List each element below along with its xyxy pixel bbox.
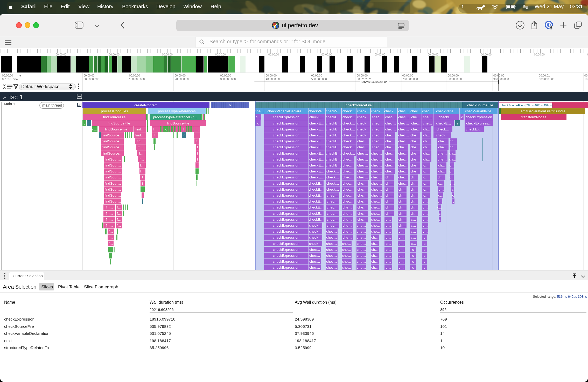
svg-text:checkExpress…: checkExpress…	[466, 121, 492, 125]
svg-text:check…: check…	[342, 139, 355, 143]
svg-text:checkExpression: checkExpression	[273, 163, 299, 167]
svg-text:find…: find…	[135, 127, 144, 131]
svg-text:ch…: ch…	[411, 187, 418, 191]
svg-text:ch…: ch…	[398, 187, 406, 191]
svg-text:che…: che…	[438, 145, 447, 149]
svg-text:check…: check…	[342, 133, 355, 137]
svg-text:che…: che…	[357, 248, 366, 252]
svg-text:f…: f…	[109, 242, 113, 246]
svg-text:che…: che…	[343, 224, 352, 227]
svg-text:transformNodes: transformNodes	[521, 115, 546, 119]
svg-text:che…: che…	[255, 109, 264, 113]
svg-text:chec…: chec…	[372, 115, 383, 119]
svg-text:c…: c…	[423, 199, 428, 203]
svg-text:checkExpression: checkExpression	[466, 115, 492, 119]
svg-text:findSource…: findSource…	[102, 139, 123, 143]
svg-text:fin…: fin…	[137, 139, 144, 143]
svg-text:00:00:00: 00:00:00	[311, 74, 322, 77]
svg-text:c…: c…	[437, 205, 442, 209]
svg-text:checkExpression: checkExpression	[273, 175, 299, 179]
svg-text:f…: f…	[194, 133, 199, 137]
svg-text:ch…: ch…	[398, 193, 406, 197]
svg-text:checkE…: checkE…	[309, 115, 324, 119]
svg-text:che…: che…	[398, 182, 407, 185]
svg-text:c…: c…	[438, 199, 443, 203]
svg-text:00:00:00: 00:00:00	[56, 53, 66, 56]
svg-text:che…: che…	[357, 260, 366, 263]
svg-text:ch…: ch…	[371, 235, 379, 239]
svg-text:che…: che…	[343, 212, 352, 216]
svg-text:che…: che…	[342, 248, 351, 252]
svg-text:ch…: ch…	[449, 151, 456, 155]
svg-text:check…: check…	[357, 121, 370, 125]
svg-text:chec…: chec…	[326, 260, 337, 263]
svg-text:300 000 000: 300 000 000	[220, 78, 236, 81]
svg-text:checkE…: checkE…	[309, 169, 324, 173]
svg-text:che…: che…	[410, 157, 419, 161]
svg-text:c: c	[452, 187, 454, 191]
svg-text:00:00:00: 00:00:00	[448, 74, 459, 77]
svg-text:00:00:00: 00:00:00	[268, 53, 279, 56]
svg-text:c: c	[83, 121, 85, 125]
svg-text:ch…: ch…	[411, 205, 418, 209]
svg-text:che…: che…	[358, 212, 367, 216]
svg-text:check…: check…	[371, 109, 384, 113]
svg-text:ch…: ch…	[371, 254, 379, 258]
svg-text:f…: f…	[117, 205, 121, 209]
svg-text:chec…: chec…	[385, 127, 396, 131]
svg-text:c…: c…	[411, 218, 416, 221]
svg-text:chec…: chec…	[398, 133, 409, 137]
svg-text:ch…: ch…	[411, 212, 418, 216]
svg-text:c…: c…	[423, 193, 429, 197]
svg-text:checkE…: checkE…	[309, 199, 324, 203]
svg-text:chec…: chec…	[398, 127, 409, 131]
svg-text:checkExpression: checkExpression	[273, 169, 299, 173]
svg-text:check…: check…	[326, 182, 339, 185]
svg-text:c…: c…	[423, 163, 429, 167]
svg-text:c…: c…	[423, 224, 428, 227]
svg-text:c…: c…	[92, 127, 97, 131]
svg-text:che…: che…	[357, 254, 366, 258]
svg-text:checkExpression: checkExpression	[273, 145, 299, 149]
svg-text:che…: che…	[438, 151, 447, 155]
svg-text:chec…: chec…	[309, 248, 320, 252]
svg-text:check…: check…	[326, 187, 339, 191]
svg-text:ch…: ch…	[411, 199, 418, 203]
svg-text:c: c	[424, 254, 425, 258]
svg-text:000 000 000: 000 000 000	[84, 78, 99, 81]
svg-text:checkExpression: checkExpression	[273, 199, 299, 203]
svg-text:f…: f…	[117, 218, 121, 221]
svg-text:chec…: chec…	[371, 193, 382, 197]
svg-text:00:00:00: 00:00:00	[493, 74, 504, 77]
svg-text:f: f	[142, 175, 143, 179]
svg-text:checkE…: checkE…	[326, 139, 341, 143]
svg-text:checkE…: checkE…	[309, 182, 324, 185]
svg-text:ch…: ch…	[450, 145, 457, 149]
svg-text:checkE…: checkE…	[326, 127, 341, 131]
svg-text:che…: che…	[358, 218, 367, 221]
svg-text:che…: che…	[398, 169, 407, 173]
svg-text:checkE…: checkE…	[309, 121, 324, 125]
svg-text:check…: check…	[342, 145, 355, 149]
svg-text:checkExpression: checkExpression	[273, 266, 299, 269]
svg-text:c: c	[257, 121, 259, 125]
svg-text:che…: che…	[357, 266, 366, 269]
svg-text:che…: che…	[398, 151, 407, 155]
svg-text:ch…: ch…	[371, 242, 379, 246]
svg-text:checkVaria…: checkVaria…	[436, 109, 457, 113]
svg-text:checkVariableDe…: checkVariableDe…	[465, 109, 495, 113]
svg-text:c: c	[424, 266, 425, 269]
svg-text:b: b	[229, 103, 231, 107]
svg-text:chec…: chec…	[327, 218, 338, 221]
svg-text:c…: c…	[411, 230, 416, 233]
svg-text:checkE…: checkE…	[309, 151, 324, 155]
svg-text:chec…: chec…	[327, 193, 338, 197]
svg-text:chec…: chec…	[327, 212, 338, 216]
svg-text:c…: c…	[386, 218, 391, 221]
svg-text:checkExpression: checkExpression	[273, 139, 299, 143]
svg-text:fin…: fin…	[106, 224, 113, 227]
svg-text:c: c	[412, 260, 414, 263]
svg-text:ch…: ch…	[398, 199, 406, 203]
svg-text:000 000 000: 000 000 000	[539, 78, 555, 81]
svg-text:chec…: chec…	[371, 157, 382, 161]
